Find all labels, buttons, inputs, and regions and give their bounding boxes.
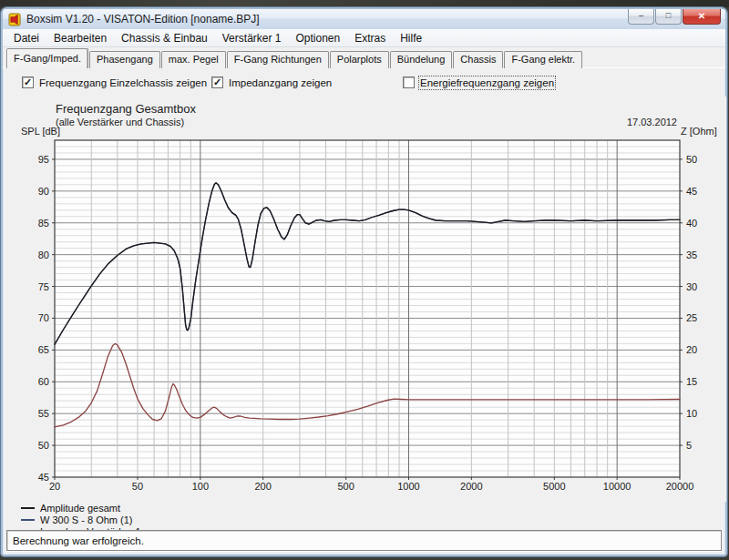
frequency-response-chart: 4550556065707580859095510152025303540455… <box>5 97 726 502</box>
checkbox-einzelchassis[interactable]: ✓ Frequenzgang Einzelchassis zeigen <box>22 76 207 88</box>
svg-text:60: 60 <box>38 376 49 387</box>
background-window-sliver <box>0 0 729 7</box>
app-icon <box>8 13 22 26</box>
svg-text:95: 95 <box>38 154 49 165</box>
svg-text:1000: 1000 <box>397 481 419 492</box>
legend-swatch-w300s <box>21 519 35 521</box>
checkbox-energiefrequenzgang-box[interactable] <box>403 76 415 88</box>
svg-text:20000: 20000 <box>666 481 694 492</box>
status-text: Berechnung war erfolgreich. <box>13 535 144 546</box>
svg-text:50: 50 <box>132 481 143 492</box>
checkbox-impedanzgang-label[interactable]: Impedanzgang zeigen <box>229 77 332 88</box>
svg-text:55: 55 <box>38 408 49 419</box>
svg-text:5000: 5000 <box>543 481 565 492</box>
svg-text:30: 30 <box>686 281 697 292</box>
svg-text:2000: 2000 <box>460 481 482 492</box>
svg-text:65: 65 <box>38 344 49 355</box>
tab-fgang-elektr[interactable]: F-Gang elektr. <box>504 51 582 68</box>
checkbox-impedanzgang[interactable]: ✓ Impedanzgang zeigen <box>211 76 332 88</box>
chart-subtitle: (alle Verstärker und Chassis) <box>56 117 184 127</box>
svg-text:20: 20 <box>686 344 697 355</box>
svg-text:75: 75 <box>38 281 49 292</box>
svg-text:85: 85 <box>38 218 49 229</box>
svg-text:40: 40 <box>686 218 697 229</box>
window-title: Boxsim V1.20 - VISATON-Edition [noname.B… <box>26 13 260 25</box>
svg-text:35: 35 <box>686 249 697 260</box>
legend-label-w300s: W 300 S - 8 Ohm (1) <box>40 514 132 525</box>
tab-fgang-richtungen[interactable]: F-Gang Richtungen <box>227 51 329 68</box>
status-bar: Berechnung war erfolgreich. <box>6 530 722 551</box>
legend-label-amplitude: Amplitude gesamt <box>40 503 120 514</box>
menu-optionen[interactable]: Optionen <box>288 30 347 46</box>
checkbox-energiefrequenzgang-label[interactable]: Energiefrequenzgang zeigen <box>420 77 554 88</box>
chart-title: Frequenzgang Gesamtbox <box>56 102 196 116</box>
minimize-button[interactable]: ‒ <box>628 9 654 25</box>
svg-text:10: 10 <box>686 408 697 419</box>
y-axis-left-label: SPL [dB] <box>21 126 60 137</box>
tab-phasengang[interactable]: Phasengang <box>89 51 160 68</box>
display-options-row: ✓ Frequenzgang Einzelchassis zeigen ✓ Im… <box>5 68 723 97</box>
tab-strip: F-Gang/Imped. Phasengang max. Pegel F-Ga… <box>3 47 725 68</box>
checkbox-einzelchassis-label[interactable]: Frequenzgang Einzelchassis zeigen <box>39 77 207 88</box>
tab-fgang-imped[interactable]: F-Gang/Imped. <box>6 48 88 68</box>
menu-verstaerker-1[interactable]: Verstärker 1 <box>215 30 289 46</box>
tab-chassis[interactable]: Chassis <box>453 51 503 68</box>
svg-text:200: 200 <box>254 481 271 492</box>
svg-text:70: 70 <box>38 312 49 323</box>
checkbox-einzelchassis-box[interactable]: ✓ <box>22 76 34 88</box>
chart-panel: 4550556065707580859095510152025303540455… <box>5 97 726 502</box>
svg-text:20: 20 <box>49 481 60 492</box>
legend-item-w300s: W 300 S - 8 Ohm (1) <box>21 514 141 525</box>
caption-buttons: ‒ □ ✕ <box>627 9 721 25</box>
checkbox-energiefrequenzgang[interactable]: Energiefrequenzgang zeigen <box>403 76 554 88</box>
menu-datei[interactable]: Datei <box>6 30 46 46</box>
maximize-button[interactable]: □ <box>655 9 682 25</box>
svg-text:50: 50 <box>686 154 697 165</box>
menu-hilfe[interactable]: Hilfe <box>393 30 429 46</box>
svg-text:10000: 10000 <box>603 481 631 492</box>
svg-text:90: 90 <box>38 186 49 197</box>
svg-text:45: 45 <box>686 186 697 197</box>
checkbox-impedanzgang-box[interactable]: ✓ <box>211 76 223 88</box>
title-bar: Boxsim V1.20 - VISATON-Edition [noname.B… <box>3 9 725 29</box>
svg-text:25: 25 <box>686 312 697 323</box>
tab-buendelung[interactable]: Bündelung <box>390 51 453 68</box>
legend-swatch-amplitude <box>21 507 35 509</box>
app-window: Boxsim V1.20 - VISATON-Edition [noname.B… <box>1 7 727 556</box>
y-axis-right-label: Z [Ohm] <box>681 126 717 137</box>
tab-max-pegel[interactable]: max. Pegel <box>161 51 226 68</box>
svg-text:45: 45 <box>38 472 49 483</box>
menu-extras[interactable]: Extras <box>347 30 393 46</box>
svg-text:50: 50 <box>38 440 49 451</box>
tab-polarplots[interactable]: Polarplots <box>330 51 389 68</box>
menu-bearbeiten[interactable]: Bearbeiten <box>46 30 114 46</box>
svg-text:100: 100 <box>192 481 209 492</box>
legend-item-amplitude: Amplitude gesamt <box>21 502 141 514</box>
svg-text:500: 500 <box>337 481 354 492</box>
menu-bar: Datei Bearbeiten Chassis & Einbau Verstä… <box>3 29 725 47</box>
menu-chassis-einbau[interactable]: Chassis & Einbau <box>114 30 215 46</box>
svg-text:15: 15 <box>686 376 697 387</box>
svg-text:5: 5 <box>686 440 692 451</box>
svg-text:80: 80 <box>38 249 49 260</box>
chart-date: 17.03.2012 <box>586 117 677 127</box>
close-button[interactable]: ✕ <box>683 9 721 25</box>
